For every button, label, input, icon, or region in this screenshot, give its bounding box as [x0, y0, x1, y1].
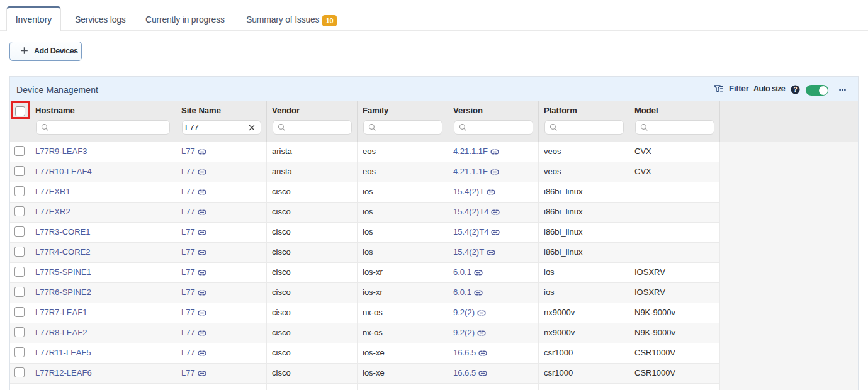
svg-text:?: ?	[793, 86, 797, 93]
